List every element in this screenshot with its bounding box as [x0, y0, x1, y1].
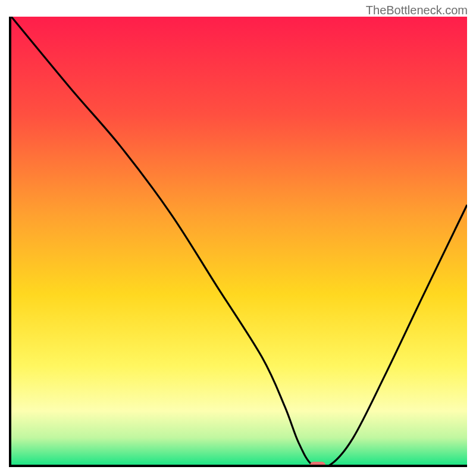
optimal-marker: [310, 462, 325, 467]
bottleneck-chart: TheBottleneck.com: [0, 0, 476, 476]
plot-area: [9, 17, 467, 467]
bottleneck-curve: [11, 17, 467, 465]
watermark-label: TheBottleneck.com: [366, 4, 468, 17]
